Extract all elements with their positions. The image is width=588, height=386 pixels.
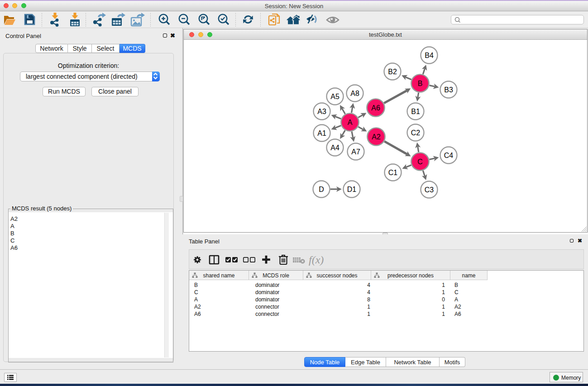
svg-text:A5: A5	[330, 93, 339, 100]
svg-text:A8: A8	[350, 90, 359, 97]
svg-text:B2: B2	[388, 68, 397, 76]
svg-text:A3: A3	[317, 108, 326, 115]
svg-text:f(x): f(x)	[309, 254, 324, 266]
svg-text:A6: A6	[371, 104, 380, 112]
svg-text:B3: B3	[444, 86, 453, 94]
svg-text:B1: B1	[411, 108, 420, 115]
svg-text:A2: A2	[372, 133, 381, 141]
svg-text:C2: C2	[411, 129, 421, 137]
svg-text:C1: C1	[388, 169, 398, 176]
svg-text:A4: A4	[330, 144, 339, 152]
svg-text:C3: C3	[425, 186, 434, 194]
svg-text:B: B	[418, 80, 423, 87]
svg-text:C4: C4	[444, 152, 454, 159]
svg-text:A: A	[348, 119, 353, 126]
svg-text:A7: A7	[351, 148, 360, 156]
svg-text:B4: B4	[425, 52, 434, 59]
svg-text:D1: D1	[347, 186, 357, 193]
svg-text:A1: A1	[317, 129, 326, 137]
svg-text:D: D	[319, 186, 324, 193]
svg-text:C: C	[417, 158, 423, 166]
